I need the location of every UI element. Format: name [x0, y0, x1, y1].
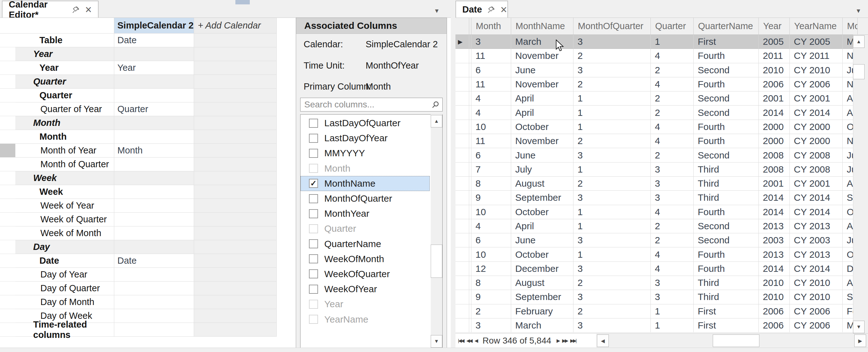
- date-grid-cell[interactable]: November: [511, 134, 574, 148]
- date-grid-cell[interactable]: 2010: [759, 290, 790, 304]
- date-grid-cell[interactable]: 2: [651, 233, 694, 247]
- row-selector[interactable]: [456, 304, 469, 319]
- date-grid-cell[interactable]: Fourth: [694, 134, 759, 148]
- date-grid-cell[interactable]: 2000: [759, 120, 790, 134]
- row-indicator[interactable]: [0, 254, 16, 268]
- checkbox[interactable]: [309, 269, 318, 278]
- row-selector[interactable]: [456, 120, 469, 134]
- date-grid-cell[interactable]: February: [511, 304, 574, 319]
- calendar-row-label[interactable]: Quarter of Year: [16, 102, 114, 116]
- date-grid-cell[interactable]: 2006: [759, 319, 790, 332]
- scroll-up-button[interactable]: ▲: [431, 115, 442, 127]
- column-list-item[interactable]: LastDayOfQuarter: [301, 116, 430, 130]
- calendar-cell-add[interactable]: [194, 116, 277, 130]
- date-grid-cell[interactable]: 4: [471, 219, 511, 233]
- calendar-cell-add[interactable]: [194, 75, 277, 89]
- checkbox[interactable]: [309, 315, 318, 324]
- date-grid-cell[interactable]: 4: [651, 49, 694, 63]
- calendar-cell-add[interactable]: [194, 227, 277, 240]
- date-grid-cell[interactable]: First: [694, 304, 759, 319]
- pin-icon[interactable]: [72, 5, 80, 14]
- column-list-item[interactable]: ✓MonthName: [301, 176, 430, 191]
- previous-page-button[interactable]: ◀◀: [466, 338, 472, 344]
- date-grid-cell[interactable]: CY 2008: [790, 148, 843, 162]
- row-indicator[interactable]: [0, 102, 16, 116]
- scroll-down-button[interactable]: ▼: [853, 321, 865, 333]
- date-grid-cell[interactable]: Second: [694, 233, 759, 247]
- date-grid-cell[interactable]: Fourth: [694, 120, 759, 134]
- calendar-cell-add[interactable]: [194, 240, 277, 254]
- date-grid-cell[interactable]: 8: [471, 177, 511, 191]
- date-grid-cell[interactable]: Third: [694, 163, 759, 177]
- date-grid-cell[interactable]: September: [511, 290, 574, 304]
- date-grid-cell[interactable]: CY 2014: [790, 262, 843, 276]
- calendar-cell-value[interactable]: Date: [114, 254, 194, 268]
- calendar-cell-value[interactable]: [114, 171, 194, 185]
- row-indicator[interactable]: [0, 116, 16, 130]
- column-list-item[interactable]: YearName: [301, 312, 430, 327]
- column-list-item[interactable]: QuarterName: [301, 236, 430, 252]
- calendar-cell-value[interactable]: [114, 323, 194, 336]
- date-grid-cell[interactable]: 2006: [759, 77, 790, 91]
- calendar-cell-add[interactable]: [194, 309, 277, 323]
- date-grid-hscrollbar[interactable]: ◀ ▶: [596, 333, 868, 348]
- scroll-up-button[interactable]: ▲: [853, 35, 865, 48]
- date-grid-cell[interactable]: 2013: [759, 247, 790, 262]
- date-grid-cell[interactable]: April: [511, 106, 574, 120]
- checkbox-checked[interactable]: ✓: [309, 179, 318, 188]
- column-list-item[interactable]: LastDayOfYear: [301, 130, 430, 146]
- date-grid-cell[interactable]: 2008: [759, 148, 790, 162]
- calendar-cell-add[interactable]: [194, 254, 277, 268]
- scrollbar-thumb[interactable]: [713, 334, 760, 347]
- calendar-cell-value[interactable]: [114, 75, 194, 89]
- calendar-cell-value[interactable]: Date: [114, 33, 194, 47]
- date-grid-cell[interactable]: Fourth: [694, 205, 759, 219]
- date-grid-cell[interactable]: 3: [651, 276, 694, 290]
- scrollbar-thumb[interactable]: [431, 244, 442, 278]
- date-grid-cell[interactable]: 2005: [759, 35, 790, 49]
- checkbox[interactable]: [309, 239, 318, 248]
- date-grid-cell[interactable]: 2001: [759, 91, 790, 106]
- date-grid-cell[interactable]: 2: [651, 63, 694, 77]
- date-grid-cell[interactable]: 4: [651, 205, 694, 219]
- date-grid-cell[interactable]: 2: [574, 49, 651, 63]
- calendar-cell-value[interactable]: [114, 116, 194, 130]
- search-columns-input[interactable]: [300, 98, 443, 112]
- date-column-header[interactable]: Quarter: [651, 18, 694, 34]
- calendar-cell-value[interactable]: Month: [114, 144, 194, 157]
- calendar-cell-value[interactable]: [114, 227, 194, 240]
- column-list-item[interactable]: MMYYYY: [301, 146, 430, 160]
- column-list-item[interactable]: Month: [301, 161, 430, 176]
- calendar-row-label[interactable]: Day of Year: [16, 268, 114, 282]
- date-grid-cell[interactable]: Fourth: [694, 77, 759, 91]
- date-grid-cell[interactable]: 3: [574, 319, 651, 332]
- row-indicator[interactable]: [0, 89, 16, 102]
- date-column-header[interactable]: YearName: [790, 18, 843, 34]
- calendar-cell-value[interactable]: [114, 240, 194, 254]
- date-grid-cell[interactable]: 1: [651, 304, 694, 319]
- row-indicator[interactable]: [0, 144, 16, 157]
- date-grid-cell[interactable]: October: [511, 120, 574, 134]
- date-grid-cell[interactable]: 3: [651, 290, 694, 304]
- checkbox[interactable]: [309, 149, 318, 158]
- row-selector[interactable]: [456, 91, 469, 106]
- date-grid-cell[interactable]: Second: [694, 219, 759, 233]
- date-grid-cell[interactable]: CY 2003: [790, 233, 843, 247]
- row-indicator[interactable]: [0, 171, 16, 185]
- calendar-row-label[interactable]: Month of Quarter: [16, 157, 114, 171]
- date-grid-cell[interactable]: 1: [651, 319, 694, 332]
- row-selector[interactable]: ▶: [456, 35, 469, 49]
- date-grid-cell[interactable]: 9: [471, 290, 511, 304]
- checkbox[interactable]: [309, 224, 318, 233]
- date-grid-cell[interactable]: 1: [574, 91, 651, 106]
- date-column-header[interactable]: QuarterName: [694, 18, 759, 34]
- row-selector[interactable]: [456, 177, 469, 191]
- checkbox[interactable]: [309, 300, 318, 309]
- row-selector[interactable]: [456, 205, 469, 219]
- calendar-cell-add[interactable]: [194, 157, 277, 171]
- row-selector[interactable]: [456, 63, 469, 77]
- calendar-cell-value[interactable]: [114, 130, 194, 144]
- row-indicator[interactable]: [0, 199, 16, 213]
- date-grid-cell[interactable]: 2000: [759, 134, 790, 148]
- calendar-cell-value[interactable]: [114, 268, 194, 282]
